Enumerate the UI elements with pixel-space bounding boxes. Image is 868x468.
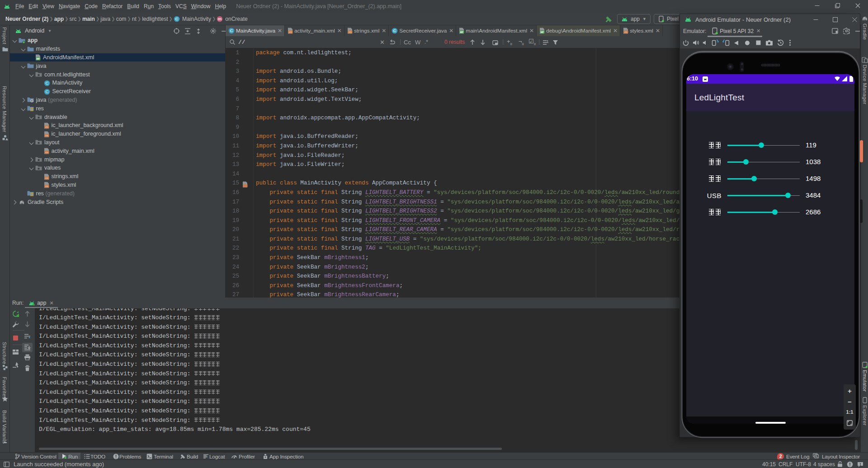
svg-text:C: C	[175, 16, 178, 21]
svg-text:<>: <>	[45, 134, 48, 137]
svg-text:C: C	[230, 28, 233, 33]
svg-text:MF: MF	[541, 31, 545, 33]
svg-text:<>: <>	[45, 126, 48, 129]
svg-text:<>: <>	[45, 176, 48, 180]
svg-text:<>: <>	[624, 31, 627, 34]
svg-text:MF: MF	[37, 57, 41, 60]
svg-text:<>: <>	[289, 31, 292, 34]
svg-text:C: C	[393, 28, 396, 33]
svg-text:MF: MF	[460, 31, 464, 33]
svg-text:C: C	[45, 89, 48, 94]
svg-text:C: C	[45, 80, 48, 85]
svg-text:m: m	[218, 16, 222, 21]
svg-text:<>: <>	[349, 31, 352, 34]
svg-text:<>: <>	[45, 185, 48, 188]
svg-text:<>: <>	[45, 151, 48, 154]
